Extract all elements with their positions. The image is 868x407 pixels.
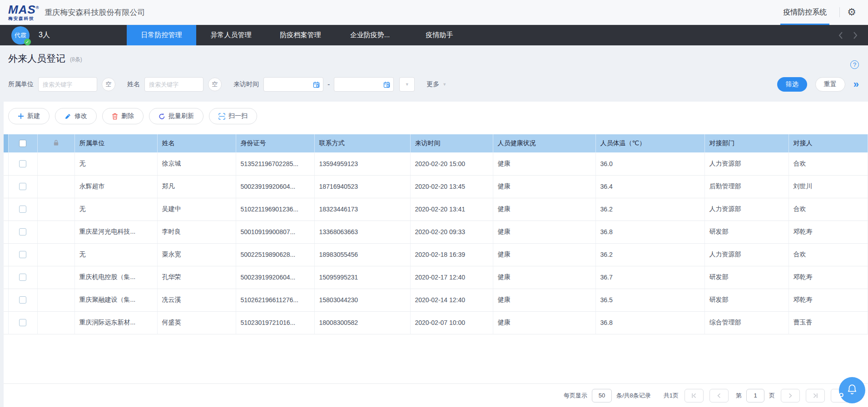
table-cell: 50010919900807... (236, 221, 314, 243)
table-row[interactable]: 永辉超市郑凡50023919920604...187169405232020-0… (4, 175, 868, 198)
help-icon[interactable]: ? (850, 60, 859, 69)
edit-icon (64, 113, 71, 120)
table-cell: 51023019721016... (236, 311, 314, 334)
row-checkbox[interactable] (19, 183, 26, 190)
visit-time-start-input[interactable] (263, 77, 323, 92)
unit-search-input[interactable] (38, 77, 97, 92)
table-cell: 人力资源部 (704, 198, 789, 221)
nav-tab[interactable]: 异常人员管理 (196, 25, 266, 45)
action-label: 删除 (121, 112, 134, 120)
name-empty-button[interactable]: 空 (208, 78, 222, 91)
lock-icon (53, 140, 59, 147)
column-header: 人员体温（℃） (595, 134, 704, 152)
filter-row: 所属单位 空 姓名 空 来访时间 - ▼ 更多 ▼ 筛选 重置 » (0, 72, 868, 102)
company-logo: MAS® 梅安森科技 (8, 4, 39, 21)
table-cell: 刘世川 (789, 175, 868, 198)
visit-time-filter-label: 来访时间 (233, 80, 259, 88)
row-checkbox[interactable] (19, 274, 26, 281)
row-checkbox[interactable] (19, 319, 26, 326)
table-cell: 健康 (493, 243, 595, 266)
name-filter-label: 姓名 (127, 80, 140, 88)
table-cell: 合欢 (789, 243, 868, 266)
gear-icon[interactable]: ⚙ (847, 7, 856, 17)
avatar[interactable]: 代霞 ✓ (11, 26, 30, 44)
page-prefix-label: 第 (736, 392, 742, 400)
last-page-button[interactable] (806, 389, 825, 402)
nav-tab[interactable]: 日常防控管理 (127, 25, 196, 45)
date-range-separator: - (327, 80, 330, 88)
table-cell: 健康 (493, 221, 595, 243)
select-all-checkbox[interactable] (19, 140, 26, 147)
prev-page-button[interactable] (709, 389, 729, 402)
more-filters-toggle[interactable]: 更多 ▼ (427, 80, 446, 88)
visit-time-end-input[interactable] (334, 77, 394, 92)
table-cell: 何盛英 (157, 311, 236, 334)
topbar-right: 疫情防控系统 ⚙ (778, 0, 868, 25)
table-cell: 人力资源部 (704, 152, 789, 175)
table-cell: 重庆聚融建设（集... (74, 289, 157, 311)
refresh-button[interactable]: 批量刷新 (149, 108, 203, 124)
selection-strip-cell (4, 243, 8, 266)
scan-button[interactable]: 扫一扫 (209, 108, 257, 124)
per-page-input[interactable] (592, 389, 612, 402)
topbar-divider (839, 7, 840, 17)
reset-button[interactable]: 重置 (815, 77, 845, 92)
table-row[interactable]: 无粟永宽50022519890628...189830554562020-02-… (4, 243, 868, 266)
delete-button[interactable]: 删除 (102, 108, 144, 124)
table-row[interactable]: 重庆机电控股（集...孔华荣50023919920604...150959952… (4, 266, 868, 289)
chevron-left-icon[interactable] (838, 31, 843, 39)
user-count: 3人 (39, 30, 50, 40)
nav-tab[interactable]: 企业防疫势... (335, 25, 405, 45)
first-page-button[interactable] (684, 389, 704, 402)
row-checkbox[interactable] (19, 228, 26, 235)
nav-tab[interactable]: 防疫档案管理 (266, 25, 335, 45)
column-header: 身份证号 (236, 134, 314, 152)
visitors-table: 所属单位姓名身份证号联系方式来访时间人员健康状况人员体温（℃）对接部门对接人 无… (4, 134, 868, 334)
table-cell: 36.2 (595, 243, 704, 266)
row-checkbox[interactable] (19, 251, 26, 258)
title-row: 外来人员登记 (8条) ? (0, 45, 868, 72)
system-tab-active[interactable]: 疫情防控系统 (778, 0, 832, 25)
table-cell: 513521196702285... (236, 152, 314, 175)
page-suffix-label: 页 (769, 392, 775, 400)
table-row[interactable]: 无吴建中510221196901236...183234461732020-02… (4, 198, 868, 221)
row-checkbox[interactable] (19, 206, 26, 213)
nav-tab[interactable]: 疫情助手 (405, 25, 474, 45)
table-cell: 邓乾寿 (789, 289, 868, 311)
row-checkbox[interactable] (19, 296, 26, 304)
total-pages-label: 共1页 (664, 392, 679, 400)
selection-strip-cell (4, 175, 8, 198)
record-count-badge: (8条) (70, 56, 82, 64)
table-cell: 36.2 (595, 198, 704, 221)
expand-double-chevron-icon[interactable]: » (853, 79, 859, 89)
unit-empty-button[interactable]: 空 (102, 78, 115, 91)
selection-strip-header (4, 134, 8, 152)
table-row[interactable]: 重庆润际远东新材...何盛英51023019721016...180083005… (4, 311, 868, 334)
table-cell: 吴建中 (157, 198, 236, 221)
filter-button[interactable]: 筛选 (777, 77, 807, 92)
table-row[interactable]: 重庆星河光电科技...李时良50010919900807...133680636… (4, 221, 868, 243)
table-cell: 15803044230 (314, 289, 410, 311)
plus-button[interactable]: 新建 (8, 108, 50, 124)
edit-button[interactable]: 修改 (55, 108, 97, 124)
name-search-input[interactable] (144, 77, 203, 92)
table-cell: 健康 (493, 175, 595, 198)
selection-strip-cell (4, 152, 8, 175)
current-page-input[interactable] (746, 389, 764, 402)
notification-fab[interactable] (839, 377, 865, 403)
date-preset-dropdown-button[interactable]: ▼ (399, 77, 415, 92)
table-row[interactable]: 无徐京城513521196702285...135949591232020-02… (4, 152, 868, 175)
table-cell: 2020-02-18 16:39 (410, 243, 493, 266)
row-checkbox[interactable] (19, 160, 26, 167)
table-cell: 后勤管理部 (704, 175, 789, 198)
table-row[interactable]: 重庆聚融建设（集...冼云溪510262196611276...15803044… (4, 289, 868, 311)
unit-filter-label: 所属单位 (8, 80, 34, 88)
table-cell: 孔华荣 (157, 266, 236, 289)
table-cell: 18716940523 (314, 175, 410, 198)
table-cell: 36.4 (595, 175, 704, 198)
lock-cell (37, 152, 74, 175)
table-cell: 研发部 (704, 221, 789, 243)
lock-cell (37, 243, 74, 266)
chevron-right-icon[interactable] (853, 31, 858, 39)
next-page-button[interactable] (781, 389, 800, 402)
